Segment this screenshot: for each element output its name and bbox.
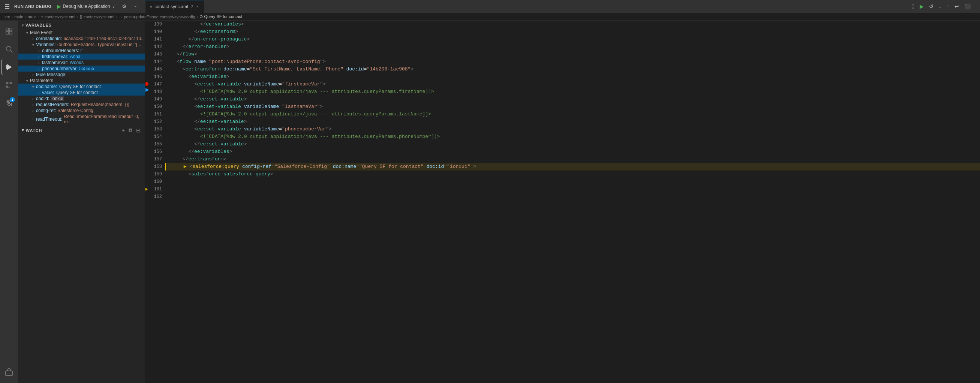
docname-val-value: Query SF for contact [56,90,99,95]
code-line-158: </ee:variables> [165,148,980,156]
code-line-151: </ee:set-variable> [165,95,980,103]
line-155: 155 [150,140,162,148]
breadcrumb-src[interactable]: src [5,14,10,19]
outbound-headers-item[interactable]: › outboundHeaders: □ [18,48,145,54]
activity-source-control[interactable] [2,78,16,92]
watch-add-button[interactable]: + [121,127,126,133]
svg-point-9 [10,82,12,84]
line-141: 141 [150,36,162,43]
mule-event-toggle: ▾ [24,31,30,35]
run-debug-label: RUN AND DEBUG [14,4,52,9]
svg-rect-2 [6,32,9,34]
phone-var-item[interactable]: › phonenumberVar: 555555 [18,65,145,72]
breadcrumb-main[interactable]: main [14,14,23,19]
extensions-badge: 1 [10,97,15,102]
activity-mule[interactable] [2,365,16,380]
code-line-155: <ee:set-variable variableName="phonenumb… [165,126,980,133]
stop-button[interactable]: ⬛ [963,2,972,11]
activity-extensions[interactable]: 1 [2,95,16,111]
code-line-141: </on-error-propagate> [165,36,980,43]
watch-actions: + ⧉ ⊟ [121,127,142,133]
settings-button[interactable]: ⚙ [120,2,129,11]
mule-msg-toggle: › [30,73,36,77]
mule-message-item[interactable]: › Mule Message: [18,72,145,78]
docname-key: doc:name: [36,84,57,89]
docid-item[interactable]: › doc:id: ionxui [18,95,145,102]
correlation-id-item[interactable]: › correlationId: 6caea030-12a9-11ed-9cc1… [18,36,145,41]
correlation-value: 6caea030-12a9-11ed-9cc1-0242ac110... [64,36,145,41]
tab-contact-sync[interactable]: ≡ contact-sync.xml 2 × [145,0,204,13]
req-headers-key: requestHeaders: [36,102,69,107]
current-line-arrow-icon [145,186,148,192]
parameters-item[interactable]: ▾ Parameters [18,78,145,84]
restart-button[interactable]: ↺ [927,2,935,11]
step-out-button[interactable]: ↩ [953,2,961,11]
docname-item[interactable]: ▾ doc:name: Query SF for contact [18,84,145,89]
docid-value: ionxui [51,96,64,101]
firstname-value: Anna [70,54,80,59]
read-timeout-key: readTimeout: [36,116,62,122]
debug-config-button[interactable]: ▶ Debug Mule Application ∨ [55,2,117,11]
more-button[interactable]: ··· [132,2,140,11]
code-line-157: </ee:set-variable> [165,140,980,148]
outbound-key: outboundHeaders: [42,48,79,53]
chevron-down-icon: ∨ [112,5,115,9]
phone-key: phonenumberVar: [42,66,78,71]
line-161: 161 [150,186,162,193]
code-line-150: <![CDATA[%dw 2.0 output application/java… [165,88,980,95]
line-150: 150 [150,103,162,111]
continue-button[interactable]: ▶ [918,2,926,11]
watch-section-header[interactable]: ▾ WATCH + ⧉ ⊟ [18,125,145,136]
step-into-button[interactable]: ↑ [945,2,951,11]
code-line-147: <ee:transform doc:name="Set FirstName, L… [165,65,980,73]
docid-key: doc:id: [36,96,49,101]
watch-label: WATCH [26,128,42,133]
watch-collapse-button[interactable]: ⊟ [135,127,142,133]
activity-search[interactable] [2,41,16,57]
read-timeout-toggle: › [30,117,36,121]
req-headers-toggle: › [30,103,36,107]
read-timeout-item[interactable]: › readTimeout: ReadTimeoutParams{readTim… [18,114,145,125]
lastname-var-item[interactable]: › lastnameVar: Woods [18,60,145,65]
docname-val-key: value: [42,90,54,95]
firstname-var-item[interactable]: › firstnameVar: Anna [18,54,145,60]
code-line-142: </error-handler> [165,43,980,51]
watch-copy-button[interactable]: ⧉ [128,127,133,133]
code-container[interactable]: 139 140 141 142 143 144 145 146 147 148 … [145,21,980,383]
line-143: 143 [150,51,162,58]
breakpoint-dot [145,82,148,86]
tab-label: contact-sync.xml [154,4,188,10]
step-over-button[interactable]: ↓ [937,2,943,11]
breadcrumb-xml[interactable]: {} contact-sync.xml [80,14,114,19]
breadcrumb-query[interactable]: ⊙ Query SF for contact [199,14,242,19]
close-tab-button[interactable]: × [196,4,199,10]
debug-toolbar: ⣿ ▶ ↺ ↓ ↑ ↩ ⬛ [912,2,977,11]
docname-value-item[interactable]: › value: Query SF for contact [18,89,145,95]
breadcrumb-file[interactable]: ≡ contact-sync.xml [41,14,75,19]
code-line-159: </ee:transform> [165,156,980,163]
variables-item[interactable]: ▾ Variables: {outboundHeaders=TypedValue… [18,41,145,48]
file-icon: ≡ [150,5,152,9]
line-158: 158 [150,163,162,170]
line-154: 154 [150,133,162,140]
variables-section-header[interactable]: ▾ VARIABLES [18,21,145,30]
mule-event-item[interactable]: ▾ Mule Event [18,30,145,36]
code-line-153: <![CDATA[%dw 2.0 output application/java… [165,111,980,118]
watch-toggle: ▾ [22,128,24,133]
parameters-label: Parameters [30,78,53,83]
hamburger-icon[interactable]: ☰ [3,2,11,12]
breadcrumb-mule[interactable]: mule [28,14,37,19]
line-157: 157 [150,156,162,163]
line-152: 152 [150,118,162,126]
request-headers-item[interactable]: › requestHeaders: RequestHeaders{headers… [18,102,145,108]
activity-explorer[interactable] [2,24,16,38]
line-153: 153 [150,126,162,133]
breadcrumb-flow[interactable]: ↔ post:\updatePhone:contact-sync-config [118,14,195,19]
line-148: 148 [150,88,162,95]
config-ref-item[interactable]: › config-ref: Salesforce-Config [18,108,145,114]
docid-toggle: › [30,97,36,101]
activity-run-debug[interactable] [2,60,16,75]
line-146: 146 [150,73,162,81]
svg-rect-1 [10,28,12,31]
correlation-key: correlationId: [36,36,62,41]
